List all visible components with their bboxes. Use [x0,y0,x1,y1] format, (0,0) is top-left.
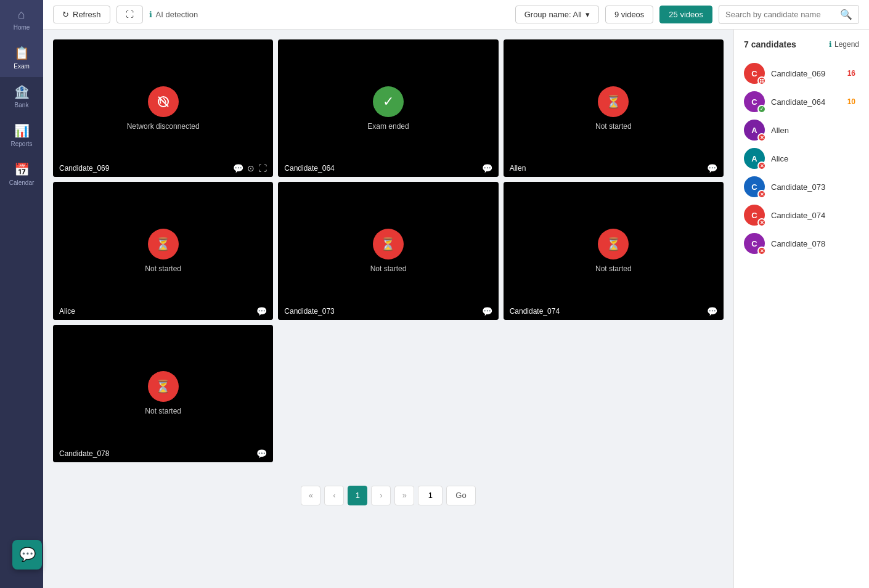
videos-9-button[interactable]: 9 videos [605,6,653,23]
chat-fab[interactable]: 💬 [12,540,42,570]
footer-icons: 💬 [256,306,267,316]
expand-icon: ⛶ [126,10,134,19]
status-icon: ⏳ [148,371,179,402]
refresh-icon: ↻ [62,10,69,19]
avatar: C ✕ [744,176,765,197]
grid-area: Network disconnected Candidate_069 💬 ⊙ ⛶… [43,30,733,588]
right-panel: 7 candidates ℹ Legend C Candidate_069 16 [733,30,869,588]
avatar-badge: ✕ [757,161,766,170]
video-card[interactable]: ⏳ Not started Allen 💬 [504,39,724,177]
sidebar-item-bank[interactable]: 🏦 Bank [0,77,43,116]
next-page-button[interactable]: › [371,486,391,505]
avatar-badge: ✕ [757,133,766,142]
candidate-name-text: Candidate_069 [771,69,838,78]
candidate-row[interactable]: C ✓ Candidate_064 10 [744,88,859,116]
candidate-badge: 16 [844,68,859,79]
candidate-badge: 10 [844,96,859,107]
ai-detection-label: ℹ AI detection [149,10,198,19]
info-icon: ℹ [149,10,152,19]
avatar: C ✕ [744,233,765,254]
first-page-button[interactable]: « [301,486,320,505]
sidebar-item-label: Reports [10,141,32,147]
footer-icons: 💬 [256,449,267,459]
exam-icon: 📋 [14,46,30,60]
sidebar-item-exam[interactable]: 📋 Exam [0,38,43,77]
chat-icon: 💬 [256,306,267,316]
search-box: 🔍 [719,5,859,24]
search-input[interactable] [725,10,836,19]
avatar-badge: ✕ [757,218,766,227]
status-text: Not started [145,264,181,273]
candidate-row[interactable]: C ✕ Candidate_074 [744,201,859,229]
chat-icon: 💬 [482,163,492,173]
video-card[interactable]: ⏳ Not started Candidate_078 💬 [53,325,273,462]
status-icon: ⏳ [148,229,179,259]
candidate-row[interactable]: C ✕ Candidate_073 [744,173,859,201]
expand-icon: ⛶ [258,163,267,173]
calendar-icon: 📅 [14,162,30,177]
sidebar-item-calendar[interactable]: 📅 Calendar [0,155,43,194]
info-icon: ℹ [829,40,832,49]
video-card[interactable]: ⏳ Not started Alice 💬 [53,182,273,319]
svg-rect-4 [760,81,762,83]
video-grid: Network disconnected Candidate_069 💬 ⊙ ⛶… [53,39,724,320]
chat-icon: 💬 [482,306,492,316]
avatar-badge: ✓ [757,105,766,113]
status-text: Not started [595,122,632,131]
sidebar-item-reports[interactable]: 📊 Reports [0,116,43,155]
video-card[interactable]: ⏳ Not started Candidate_074 💬 [504,182,724,319]
group-name-button[interactable]: Group name: All ▾ [515,6,599,23]
footer-icons: 💬 [482,163,492,173]
status-text: Network disconnected [127,122,200,131]
status-icon: ⏳ [598,229,629,259]
sidebar: ⌂ Home 📋 Exam 🏦 Bank 📊 Reports 📅 Calenda… [0,0,43,588]
fullscreen-button[interactable]: ⛶ [116,6,143,23]
video-footer: Candidate_064 💬 [278,160,498,177]
video-card[interactable]: ✓ Exam ended Candidate_064 💬 [278,39,498,177]
legend-button[interactable]: ℹ Legend [829,40,859,49]
chat-icon: 💬 [707,306,717,316]
candidate-row[interactable]: A ✕ Allen [744,116,859,144]
refresh-button[interactable]: ↻ Refresh [53,6,110,23]
sidebar-item-home[interactable]: ⌂ Home [0,0,43,38]
status-text: Not started [370,264,407,273]
video-footer: Candidate_073 💬 [278,303,498,320]
candidate-name-text: Candidate_074 [771,211,859,220]
prev-page-button[interactable]: ‹ [324,486,344,505]
page-1-button[interactable]: 1 [348,486,367,505]
video-card[interactable]: ⏳ Not started Candidate_073 💬 [278,182,498,319]
candidate-row[interactable]: A ✕ Alice [744,144,859,173]
candidate-name: Candidate_069 [59,164,109,173]
status-text: Not started [595,264,632,273]
pagination: « ‹ 1 › » Go [53,473,724,518]
search-icon: 🔍 [840,9,852,20]
video-footer: Candidate_078 💬 [53,445,273,462]
go-button[interactable]: Go [446,486,475,505]
videos-25-button[interactable]: 25 videos [659,6,712,23]
candidate-name: Candidate_073 [284,307,334,316]
sidebar-item-label: Exam [14,63,30,70]
status-text: Exam ended [367,122,409,131]
candidate-row[interactable]: C ✕ Candidate_078 [744,229,859,258]
right-panel-header: 7 candidates ℹ Legend [744,39,859,49]
status-icon: ⏳ [373,229,404,259]
sidebar-item-label: Bank [15,102,29,108]
footer-icons: 💬 [707,306,717,316]
avatar: A ✕ [744,148,765,169]
home-icon: ⌂ [18,7,25,22]
video-grid-row3: ⏳ Not started Candidate_078 💬 [53,325,724,462]
candidate-name: Candidate_078 [59,449,109,458]
candidate-name-text: Alice [771,154,859,163]
reports-icon: 📊 [14,123,30,138]
candidate-name: Candidate_064 [284,164,334,173]
candidate-row[interactable]: C Candidate_069 16 [744,59,859,88]
video-footer: Alice 💬 [53,303,273,320]
footer-icons: 💬 [482,306,492,316]
sidebar-item-label: Home [14,24,30,31]
video-card[interactable]: Network disconnected Candidate_069 💬 ⊙ ⛶ [53,39,273,177]
video-footer: Allen 💬 [504,160,724,177]
svg-rect-3 [762,79,764,81]
last-page-button[interactable]: » [394,486,414,505]
page-input[interactable] [418,486,443,505]
toolbar: ↻ Refresh ⛶ ℹ AI detection Group name: A… [43,0,869,30]
